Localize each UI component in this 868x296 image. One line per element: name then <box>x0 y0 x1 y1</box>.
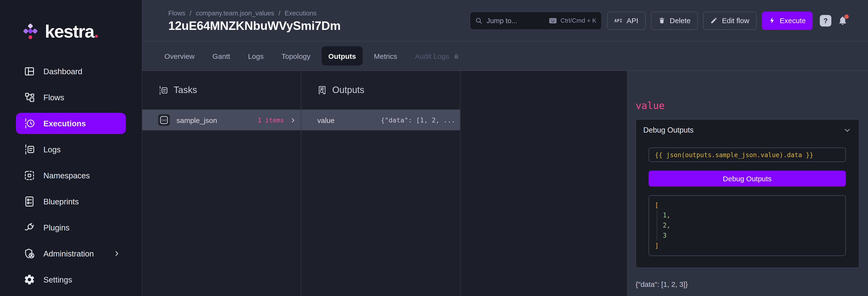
result-item: 1, <box>663 210 840 220</box>
sidebar-item-namespaces[interactable]: Namespaces <box>16 165 126 186</box>
help-button[interactable]: ? <box>820 15 831 26</box>
tasks-panel-title: Tasks <box>174 85 197 95</box>
sidebar-item-label: Dashboard <box>43 67 82 76</box>
lightning-icon <box>769 17 775 24</box>
page-title: 12uE64MNZKNbuWVySmi7Dm <box>168 20 341 32</box>
sidebar-item-label: Executions <box>43 119 86 128</box>
sidebar-item-logs[interactable]: Logs <box>16 139 126 160</box>
tab-gantt[interactable]: Gantt <box>206 46 237 66</box>
task-items-count: 1 items <box>257 117 284 124</box>
tab-overview[interactable]: Overview <box>158 46 201 66</box>
flows-icon <box>24 92 35 103</box>
tasks-icon <box>158 85 168 95</box>
breadcrumb-flows[interactable]: Flows <box>168 9 185 17</box>
top-actions: Jump to... Ctrl/Cmd + K <box>470 11 848 30</box>
sidebar-item-label: Blueprints <box>43 197 79 206</box>
task-name: sample_json <box>177 116 217 124</box>
debug-outputs-header[interactable]: Debug Outputs <box>636 124 859 136</box>
sidebar-item-label: Flows <box>43 93 64 102</box>
brand-name: kestra. <box>45 23 98 40</box>
pencil-icon <box>710 17 717 24</box>
notifications-button[interactable] <box>838 15 848 26</box>
result-close-bracket: ] <box>655 240 840 251</box>
chevron-right-icon <box>113 250 120 257</box>
breadcrumb-namespace-flow[interactable]: company.team.json_values <box>196 9 274 17</box>
api-button[interactable]: API API <box>607 11 646 30</box>
tasks-panel: Tasks (x) sample_json 1 items <box>142 71 301 296</box>
tab-topology[interactable]: Topology <box>275 46 317 66</box>
namespaces-icon <box>24 170 35 181</box>
sidebar-item-label: Settings <box>43 275 72 284</box>
sidebar-item-blueprints[interactable]: Blueprints <box>16 191 126 212</box>
kestra-logo-icon <box>22 22 38 40</box>
breadcrumb-separator: / <box>278 9 280 17</box>
plugins-icon <box>24 222 35 233</box>
debug-outputs-card: Debug Outputs {{ json(outputs.sample_jso… <box>636 119 859 268</box>
breadcrumb-executions[interactable]: Executions <box>285 9 317 17</box>
search-input[interactable]: Jump to... Ctrl/Cmd + K <box>470 11 602 30</box>
output-preview: {"data": [1, 2, ... <box>381 116 455 124</box>
delete-button[interactable]: Delete <box>651 11 698 30</box>
edit-flow-button[interactable]: Edit flow <box>703 11 756 30</box>
sidebar-item-flows[interactable]: Flows <box>16 87 126 108</box>
output-key: value <box>317 116 335 124</box>
executions-icon <box>24 118 35 129</box>
debug-outputs-button[interactable]: Debug Outputs <box>649 171 846 187</box>
result-open-bracket: [ <box>655 200 840 210</box>
sidebar-item-plugins[interactable]: Plugins <box>16 217 126 238</box>
administration-icon <box>24 248 35 259</box>
search-icon <box>475 17 483 24</box>
task-row-sample-json[interactable]: (x) sample_json 1 items <box>142 110 301 131</box>
expression-input[interactable]: {{ json(outputs.sample_json.value).data … <box>649 147 846 162</box>
outputs-panel: Outputs value {"data": [1, 2, ... <box>301 71 461 296</box>
chevron-right-icon <box>290 117 296 123</box>
output-row-value[interactable]: value {"data": [1, 2, ... <box>301 110 460 131</box>
sidebar-nav: Dashboard Flows Executions <box>0 61 142 290</box>
chevron-down-icon <box>843 126 851 134</box>
keyboard-icon <box>549 17 557 24</box>
app-window: kestra. Dashboard Flows <box>0 0 868 296</box>
sidebar-item-administration[interactable]: Administration <box>16 243 126 264</box>
breadcrumb-title-block: Flows / company.team.json_values / Execu… <box>168 9 341 32</box>
sidebar-item-executions[interactable]: Executions <box>16 113 126 134</box>
sidebar-item-label: Administration <box>43 249 94 258</box>
logs-icon <box>24 144 35 155</box>
sidebar-item-label: Plugins <box>43 223 69 232</box>
brand-dot: . <box>94 22 98 41</box>
top-bar: Flows / company.team.json_values / Execu… <box>142 0 868 41</box>
tab-metrics[interactable]: Metrics <box>367 46 404 66</box>
lock-icon <box>453 53 459 59</box>
result-array-items: 1, 2, 3 <box>656 210 840 240</box>
tab-logs[interactable]: Logs <box>241 46 270 66</box>
sidebar: kestra. Dashboard Flows <box>0 0 142 296</box>
notification-dot <box>844 14 849 19</box>
file-search-icon <box>317 85 327 95</box>
sidebar-item-dashboard[interactable]: Dashboard <box>16 61 126 82</box>
breadcrumb: Flows / company.team.json_values / Execu… <box>168 9 341 17</box>
tab-audit-logs[interactable]: Audit Logs <box>408 46 466 66</box>
api-icon: API <box>614 18 622 23</box>
blueprints-icon <box>24 196 35 207</box>
kestra-logo[interactable]: kestra. <box>22 22 142 40</box>
execute-button[interactable]: Execute <box>762 11 812 30</box>
outputs-panel-title: Outputs <box>332 85 364 95</box>
sidebar-item-settings[interactable]: Settings <box>16 269 126 290</box>
dashboard-icon <box>24 66 35 77</box>
trash-icon <box>658 17 665 24</box>
question-mark-icon: ? <box>824 17 828 24</box>
svg-text:(x): (x) <box>161 118 167 122</box>
output-detail-panel: value Debug Outputs {{ json(outputs.samp… <box>627 71 868 296</box>
debug-outputs-title: Debug Outputs <box>643 126 694 134</box>
tab-outputs[interactable]: Outputs <box>322 46 363 66</box>
debug-result-viewer[interactable]: [ 1, 2, 3 ] <box>649 195 846 256</box>
tasks-panel-header: Tasks <box>142 71 301 110</box>
task-type-icon: (x) <box>158 114 170 126</box>
sidebar-item-label: Namespaces <box>43 171 90 180</box>
outputs-empty-column <box>461 71 627 296</box>
outputs-panel-header: Outputs <box>301 71 460 110</box>
search-placeholder: Jump to... <box>487 17 517 24</box>
settings-icon <box>24 274 35 286</box>
raw-output-value: {"data": [1, 2, 3]} <box>636 280 859 288</box>
result-item: 3 <box>663 230 840 240</box>
breadcrumb-separator: / <box>190 9 192 17</box>
